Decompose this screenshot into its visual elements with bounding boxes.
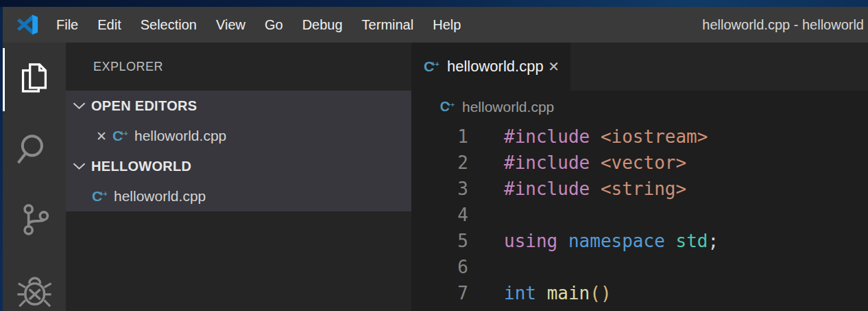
section-header-helloworld[interactable]: HELLOWORLD — [66, 151, 411, 181]
sidebar-title: EXPLORER — [66, 43, 411, 91]
menu-item[interactable]: Go — [255, 7, 293, 43]
section-label: OPEN EDITORS — [91, 98, 197, 114]
tab-bar: C ++ helloworld.cpp ✕ — [411, 43, 868, 91]
git-branch-icon — [17, 203, 51, 237]
breadcrumb[interactable]: C ++ helloworld.cpp — [411, 91, 868, 124]
cpp-file-icon: C ++ — [422, 58, 440, 76]
line-content[interactable]: #include <string> — [468, 176, 686, 202]
section-header-open-editors[interactable]: OPEN EDITORS — [66, 91, 411, 121]
menu-item[interactable]: Terminal — [352, 7, 424, 43]
tab-helloworld-cpp[interactable]: C ++ helloworld.cpp ✕ — [411, 43, 570, 91]
line-number[interactable]: 2 — [411, 150, 468, 176]
open-editor-item-helloworld-cpp[interactable]: ✕ C ++ helloworld.cpp — [66, 121, 411, 151]
editor-group: C ++ helloworld.cpp ✕ C ++ helloworld.cp… — [411, 43, 868, 311]
line-number[interactable]: 3 — [411, 176, 468, 202]
line-content[interactable]: #include <iostream> — [468, 124, 708, 150]
desktop-edge-top — [0, 0, 868, 7]
activity-item-search[interactable] — [3, 113, 66, 184]
chevron-down-icon[interactable] — [73, 161, 86, 171]
file-name: helloworld.cpp — [114, 188, 206, 205]
file-name: helloworld.cpp — [134, 128, 226, 144]
menu-item[interactable]: View — [206, 7, 255, 43]
cpp-file-icon: C ++ — [111, 127, 129, 145]
code-line[interactable]: 3 #include <string> — [411, 176, 868, 202]
bug-icon — [16, 273, 52, 308]
menu-item[interactable]: File — [47, 7, 88, 43]
close-icon[interactable]: ✕ — [96, 128, 111, 144]
line-number[interactable]: 4 — [411, 202, 468, 228]
code-line[interactable]: 2 #include <vector> — [411, 150, 868, 176]
tab-label: helloworld.cpp — [447, 58, 544, 76]
menu-item[interactable]: Selection — [131, 7, 206, 43]
line-number[interactable]: 1 — [411, 124, 468, 150]
explorer-sidebar: EXPLORER OPEN EDITORS ✕ C ++ helloworld.… — [66, 43, 411, 311]
line-number[interactable]: 5 — [411, 228, 468, 254]
explorer-tree: OPEN EDITORS ✕ C ++ helloworld.cpp HELLO… — [66, 91, 411, 211]
activity-item-source-control[interactable] — [3, 184, 66, 255]
chevron-down-icon[interactable] — [73, 101, 86, 111]
code-line[interactable]: 7 int main() — [411, 280, 868, 306]
files-icon — [18, 62, 51, 95]
line-content[interactable] — [468, 202, 504, 228]
code-line[interactable]: 5 using namespace std; — [411, 228, 868, 254]
cpp-file-icon: C ++ — [91, 187, 108, 205]
vscode-window: File Edit Selection View Go Debug Termin… — [0, 0, 868, 311]
code-line[interactable]: 1 #include <iostream> — [411, 124, 868, 150]
section-label: HELLOWORLD — [91, 159, 191, 174]
cpp-file-icon: C ++ — [439, 99, 455, 115]
search-icon — [17, 132, 51, 166]
activity-item-explorer[interactable] — [3, 43, 66, 113]
line-number[interactable]: 7 — [411, 280, 468, 306]
svg-text:++: ++ — [447, 102, 455, 108]
code-line[interactable]: 6 — [411, 254, 868, 280]
vscode-logo-icon — [15, 12, 40, 37]
menu-bar: File Edit Selection View Go Debug Termin… — [47, 7, 470, 43]
line-content[interactable]: using namespace std; — [468, 228, 719, 254]
window-title: helloworld.cpp - helloworld — [702, 17, 868, 33]
line-content[interactable] — [468, 254, 504, 280]
activity-bar — [3, 43, 66, 311]
code-line[interactable]: 4 — [411, 202, 868, 228]
tree-item-helloworld-cpp[interactable]: C ++ helloworld.cpp — [66, 181, 411, 211]
menu-item[interactable]: Debug — [293, 7, 352, 43]
activity-item-debug[interactable] — [3, 255, 66, 311]
active-view-indicator — [3, 48, 5, 111]
menu-item[interactable]: Help — [423, 7, 470, 43]
svg-text:++: ++ — [99, 190, 108, 198]
close-icon[interactable]: ✕ — [548, 58, 559, 75]
line-content[interactable]: #include <vector> — [468, 150, 686, 176]
line-number[interactable]: 6 — [411, 254, 468, 280]
svg-text:++: ++ — [120, 130, 128, 137]
title-bar: File Edit Selection View Go Debug Termin… — [3, 7, 868, 43]
breadcrumb-item: helloworld.cpp — [462, 99, 554, 115]
menu-item[interactable]: Edit — [88, 7, 130, 43]
svg-text:++: ++ — [431, 60, 439, 68]
line-content[interactable]: int main() — [468, 280, 612, 306]
code-area[interactable]: 1 #include <iostream> 2 #include <vector… — [411, 124, 868, 306]
